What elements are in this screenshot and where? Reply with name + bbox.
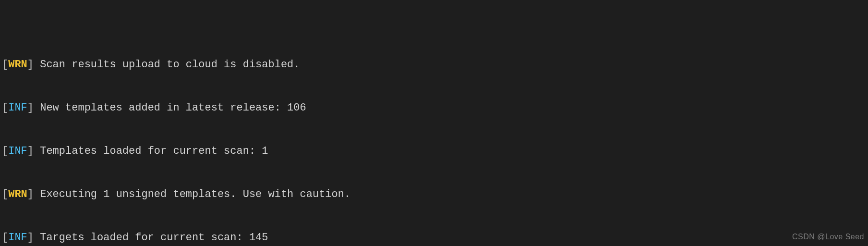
log-line: [INF] New templates added in latest rele… [2, 101, 866, 115]
tag-inf: INF [8, 232, 27, 244]
log-line: [INF] Targets loaded for current scan: 1… [2, 231, 866, 245]
tag-inf: INF [8, 102, 27, 114]
log-line: [WRN] Executing 1 unsigned templates. Us… [2, 187, 866, 202]
terminal-output: [WRN] Scan results upload to cloud is di… [0, 0, 868, 246]
tag-inf: INF [8, 145, 27, 157]
tag-wrn: WRN [8, 188, 27, 200]
log-line: [INF] Templates loaded for current scan:… [2, 144, 866, 159]
watermark: CSDN @Love Seed [792, 230, 864, 244]
tag-wrn: WRN [8, 59, 27, 71]
log-line: [WRN] Scan results upload to cloud is di… [2, 58, 866, 72]
